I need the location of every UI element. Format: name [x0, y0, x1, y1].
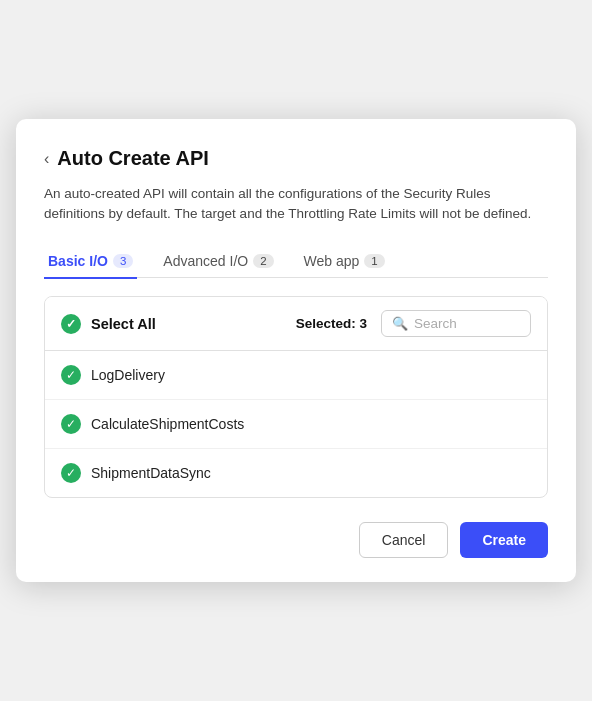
item-name-0: LogDelivery	[91, 367, 165, 383]
create-button[interactable]: Create	[460, 522, 548, 558]
search-input[interactable]	[414, 316, 514, 331]
tab-advanced-io-label: Advanced I/O	[163, 253, 248, 269]
tab-web-app-badge: 1	[364, 254, 384, 268]
select-all-check-icon: ✓	[61, 314, 81, 334]
item-check-icon-2: ✓	[61, 463, 81, 483]
tab-advanced-io-badge: 2	[253, 254, 273, 268]
list-item[interactable]: ✓ LogDelivery	[45, 351, 547, 400]
selection-box: ✓ Select All Selected: 3 🔍 ✓ LogDelivery…	[44, 296, 548, 498]
list-item[interactable]: ✓ ShipmentDataSync	[45, 449, 547, 497]
auto-create-api-modal: ‹ Auto Create API An auto-created API wi…	[16, 119, 576, 582]
select-all-label: Select All	[91, 316, 156, 332]
modal-header: ‹ Auto Create API	[44, 147, 548, 170]
modal-title: Auto Create API	[57, 147, 209, 170]
tab-basic-io-label: Basic I/O	[48, 253, 108, 269]
modal-description: An auto-created API will contain all the…	[44, 184, 548, 225]
item-check-icon-1: ✓	[61, 414, 81, 434]
selection-header: ✓ Select All Selected: 3 🔍	[45, 297, 547, 351]
tab-basic-io[interactable]: Basic I/O 3	[44, 245, 137, 279]
tab-advanced-io[interactable]: Advanced I/O 2	[159, 245, 277, 279]
search-box[interactable]: 🔍	[381, 310, 531, 337]
tabs-container: Basic I/O 3 Advanced I/O 2 Web app 1	[44, 245, 548, 279]
tab-web-app[interactable]: Web app 1	[300, 245, 389, 279]
item-name-1: CalculateShipmentCosts	[91, 416, 244, 432]
item-check-icon-0: ✓	[61, 365, 81, 385]
select-all-row[interactable]: ✓ Select All	[61, 314, 296, 334]
modal-footer: Cancel Create	[44, 522, 548, 558]
tab-basic-io-badge: 3	[113, 254, 133, 268]
back-button[interactable]: ‹	[44, 150, 49, 168]
list-item[interactable]: ✓ CalculateShipmentCosts	[45, 400, 547, 449]
cancel-button[interactable]: Cancel	[359, 522, 449, 558]
selected-count: Selected: 3	[296, 316, 367, 331]
item-name-2: ShipmentDataSync	[91, 465, 211, 481]
tab-web-app-label: Web app	[304, 253, 360, 269]
search-icon: 🔍	[392, 316, 408, 331]
